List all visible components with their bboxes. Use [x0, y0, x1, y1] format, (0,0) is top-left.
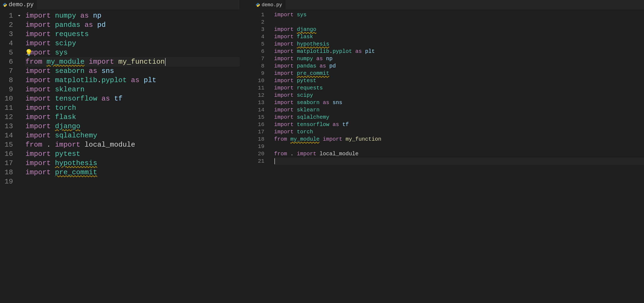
line-number[interactable]: 10	[253, 77, 267, 84]
code-line[interactable]: import pandas as pd	[25, 20, 239, 30]
code-token: sns	[333, 99, 342, 106]
code-line[interactable]: import sklearn	[25, 85, 239, 94]
line-number[interactable]: 8	[0, 76, 16, 85]
line-number[interactable]: 18	[253, 136, 267, 143]
code-line[interactable]: import pytest	[274, 77, 644, 84]
code-area[interactable]: 12345678910111213141516171819 import num…	[0, 9, 239, 303]
line-number[interactable]: 12	[0, 112, 16, 122]
line-number[interactable]: 16	[0, 149, 16, 159]
code-line[interactable]: import numpy as np	[274, 55, 644, 62]
code-line[interactable]: import hypothesis	[25, 159, 239, 168]
code-token: .	[329, 48, 333, 54]
code-token: import	[25, 21, 51, 29]
line-number[interactable]: 20	[253, 150, 267, 157]
line-number-gutter[interactable]: 12345678910111213141516171819	[0, 9, 16, 303]
code-line[interactable]: import scipy	[274, 92, 644, 99]
line-number[interactable]: 7	[0, 66, 16, 76]
line-number[interactable]: 2	[253, 18, 267, 26]
code-content[interactable]: import numpy as npimport pandas as pdimp…	[16, 9, 239, 303]
line-number[interactable]: 9	[0, 85, 16, 94]
code-line[interactable]	[25, 177, 239, 186]
file-tab[interactable]: demo.py	[0, 0, 37, 9]
line-number[interactable]: 3	[253, 26, 267, 33]
code-line[interactable]: import torch	[25, 103, 239, 112]
file-tab[interactable]: demo.py	[253, 0, 285, 9]
line-number[interactable]: 1	[0, 11, 16, 20]
code-line[interactable]	[274, 18, 644, 26]
line-number[interactable]: 18	[0, 168, 16, 177]
code-line[interactable]: import pandas as pd	[274, 62, 644, 70]
line-number[interactable]: 4	[0, 39, 16, 48]
code-line[interactable]: import matplotlib.pyplot as plt	[25, 76, 239, 85]
code-line[interactable]: import pre_commit	[25, 168, 239, 177]
code-line[interactable]: import sqlalchemy	[274, 114, 644, 121]
line-number[interactable]: 19	[0, 177, 16, 186]
code-token: tensorflow	[297, 121, 329, 128]
lightbulb-icon[interactable]: 💡	[25, 49, 33, 58]
code-line[interactable]: import seaborn as sns	[25, 66, 239, 76]
line-number[interactable]: 17	[253, 128, 267, 136]
line-number[interactable]: 15	[253, 114, 267, 121]
code-line[interactable]: import numpy as np	[25, 11, 239, 20]
code-token	[294, 34, 297, 40]
code-line[interactable]: import seaborn as sns	[274, 99, 644, 106]
code-line[interactable]: import flask	[274, 33, 644, 40]
line-number[interactable]: 2	[0, 20, 16, 30]
code-line[interactable]: from . import local_module	[274, 150, 644, 157]
line-number[interactable]: 7	[253, 55, 267, 62]
code-line[interactable]: import flask	[25, 112, 239, 122]
code-line[interactable]: import hypothesis	[274, 40, 644, 48]
code-content[interactable]: import sysimport djangoimport flaskimpor…	[267, 9, 644, 303]
code-line[interactable]: import tensorflow as tf	[274, 121, 644, 128]
code-token: hypothesis	[297, 41, 329, 47]
line-number[interactable]: 13	[0, 122, 16, 131]
code-line[interactable]: import matplotlib.pyplot as plt	[274, 48, 644, 55]
code-line[interactable]: import requests	[25, 30, 239, 39]
line-number[interactable]: 11	[0, 103, 16, 112]
code-token	[329, 99, 333, 106]
line-number[interactable]: 21	[253, 157, 267, 165]
code-area[interactable]: 123456789101112131415161718192021 import…	[253, 9, 644, 303]
code-line[interactable]	[274, 143, 644, 150]
code-line[interactable]: import sqlalchemy	[25, 131, 239, 140]
line-number[interactable]: 5	[253, 40, 267, 48]
code-line[interactable]: import sys	[274, 11, 644, 18]
code-line[interactable]	[274, 157, 644, 165]
code-line[interactable]: from my_module import my_function	[274, 136, 644, 143]
line-number[interactable]: 14	[0, 131, 16, 140]
line-number[interactable]: 17	[0, 159, 16, 168]
line-number[interactable]: 16	[253, 121, 267, 128]
line-number[interactable]: 19	[253, 143, 267, 150]
line-number[interactable]: 12	[253, 92, 267, 99]
code-line[interactable]: import django	[25, 122, 239, 131]
tab-bar: demo.py	[0, 0, 239, 9]
line-number[interactable]: 6	[253, 48, 267, 55]
line-number-gutter[interactable]: 123456789101112131415161718192021	[253, 9, 267, 303]
code-token	[84, 58, 89, 66]
line-number[interactable]: 3	[0, 30, 16, 39]
code-line[interactable]: import pytest	[25, 149, 239, 159]
line-number[interactable]: 15	[0, 140, 16, 149]
line-number[interactable]: 8	[253, 62, 267, 70]
code-token: torch	[297, 129, 313, 135]
code-line[interactable]: import torch	[274, 128, 644, 136]
code-line[interactable]: import django	[274, 26, 644, 33]
code-line[interactable]: import tensorflow as tf	[25, 94, 239, 103]
line-number[interactable]: 13	[253, 99, 267, 106]
code-line[interactable]: 💡import sys	[25, 48, 239, 57]
code-line[interactable]: import scipy	[25, 39, 239, 48]
line-number[interactable]: 5	[0, 48, 16, 57]
line-number[interactable]: 6	[0, 57, 16, 66]
code-token	[320, 99, 323, 106]
code-line[interactable]: from my_module import my_function	[25, 57, 239, 66]
line-number[interactable]: 1	[253, 11, 267, 18]
code-line[interactable]: import pre_commit	[274, 70, 644, 77]
code-line[interactable]: import sklearn	[274, 106, 644, 114]
line-number[interactable]: 14	[253, 106, 267, 114]
line-number[interactable]: 10	[0, 94, 16, 103]
line-number[interactable]: 9	[253, 70, 267, 77]
code-line[interactable]: from . import local_module	[25, 140, 239, 149]
line-number[interactable]: 4	[253, 33, 267, 40]
line-number[interactable]: 11	[253, 84, 267, 92]
code-line[interactable]: import requests	[274, 84, 644, 92]
